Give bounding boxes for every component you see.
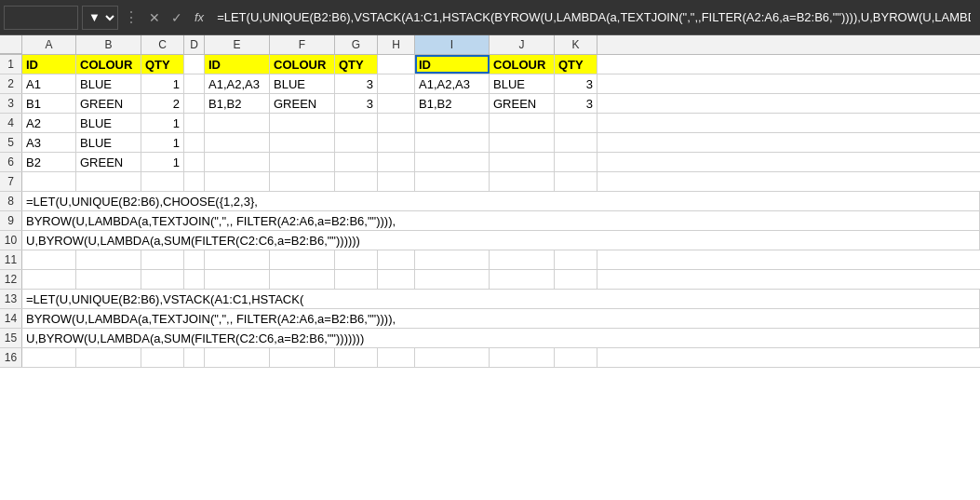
cell-5-8[interactable] (415, 133, 490, 152)
formula-row-15[interactable]: U,BYROW(U,LAMBDA(a,SUM(FILTER(C2:C6,a=B2… (22, 329, 980, 347)
col-header-E[interactable]: E (205, 35, 270, 54)
col-header-D[interactable]: D (184, 35, 205, 54)
cell-12-1[interactable] (76, 270, 141, 289)
cell-6-8[interactable] (415, 153, 490, 171)
cell-6-3[interactable] (184, 153, 205, 171)
col-header-A[interactable]: A (22, 35, 76, 54)
cell-12-3[interactable] (184, 270, 205, 289)
cell-3-8[interactable]: B1,B2 (415, 94, 490, 113)
cell-16-9[interactable] (490, 348, 555, 367)
formula-row-8[interactable]: =LET(U,UNIQUE(B2:B6),CHOOSE({1,2,3}, (22, 192, 980, 210)
cell-2-4[interactable]: A1,A2,A3 (205, 74, 270, 93)
cell-16-0[interactable] (22, 348, 76, 367)
cell-1-3[interactable] (184, 55, 205, 74)
cell-16-10[interactable] (555, 348, 597, 367)
row-num-8[interactable]: 8 (0, 192, 22, 210)
cell-5-0[interactable]: A3 (22, 133, 76, 152)
row-num-1[interactable]: 1 (0, 55, 22, 74)
cell-2-1[interactable]: BLUE (76, 74, 141, 93)
cell-2-3[interactable] (184, 74, 205, 93)
formula-row-9[interactable]: BYROW(U,LAMBDA(a,TEXTJOIN(",",, FILTER(A… (22, 211, 980, 230)
cell-11-0[interactable] (22, 250, 76, 269)
row-num-6[interactable]: 6 (0, 153, 22, 171)
cell-7-8[interactable] (415, 172, 490, 191)
row-num-11[interactable]: 11 (0, 250, 22, 269)
cell-1-8[interactable]: ID (415, 55, 490, 74)
cell-6-7[interactable] (378, 153, 415, 171)
cell-12-4[interactable] (205, 270, 270, 289)
cell-16-8[interactable] (415, 348, 490, 367)
cell-7-5[interactable] (270, 172, 335, 191)
cell-11-8[interactable] (415, 250, 490, 269)
cell-7-10[interactable] (555, 172, 597, 191)
cell-ref-dropdown[interactable]: ▼ (82, 6, 118, 30)
cell-7-3[interactable] (184, 172, 205, 191)
confirm-formula-button[interactable]: ✓ (167, 7, 187, 28)
cell-5-2[interactable]: 1 (141, 133, 184, 152)
cell-7-2[interactable] (141, 172, 184, 191)
cell-12-2[interactable] (141, 270, 184, 289)
cell-11-10[interactable] (555, 250, 597, 269)
cell-1-6[interactable]: QTY (335, 55, 378, 74)
cell-6-5[interactable] (270, 153, 335, 171)
cell-11-5[interactable] (270, 250, 335, 269)
cell-16-6[interactable] (335, 348, 378, 367)
cell-6-2[interactable]: 1 (141, 153, 184, 171)
cell-12-9[interactable] (490, 270, 555, 289)
cell-4-6[interactable] (335, 114, 378, 132)
col-header-H[interactable]: H (378, 35, 415, 54)
cell-12-0[interactable] (22, 270, 76, 289)
cell-16-4[interactable] (205, 348, 270, 367)
row-num-16[interactable]: 16 (0, 348, 22, 367)
cell-6-4[interactable] (205, 153, 270, 171)
cell-4-2[interactable]: 1 (141, 114, 184, 132)
cell-5-1[interactable]: BLUE (76, 133, 141, 152)
cell-2-9[interactable]: BLUE (490, 74, 555, 93)
cell-4-9[interactable] (490, 114, 555, 132)
cell-6-9[interactable] (490, 153, 555, 171)
col-header-C[interactable]: C (141, 35, 184, 54)
cell-7-9[interactable] (490, 172, 555, 191)
cell-2-0[interactable]: A1 (22, 74, 76, 93)
cell-1-7[interactable] (378, 55, 415, 74)
col-header-K[interactable]: K (555, 35, 597, 54)
cell-16-1[interactable] (76, 348, 141, 367)
cell-12-7[interactable] (378, 270, 415, 289)
cell-4-1[interactable]: BLUE (76, 114, 141, 132)
cell-2-10[interactable]: 3 (555, 74, 597, 93)
cell-5-3[interactable] (184, 133, 205, 152)
cell-1-4[interactable]: ID (205, 55, 270, 74)
cell-4-8[interactable] (415, 114, 490, 132)
row-num-7[interactable]: 7 (0, 172, 22, 191)
cell-4-7[interactable] (378, 114, 415, 132)
cell-6-10[interactable] (555, 153, 597, 171)
cell-11-2[interactable] (141, 250, 184, 269)
cell-16-5[interactable] (270, 348, 335, 367)
cell-3-1[interactable]: GREEN (76, 94, 141, 113)
cell-7-4[interactable] (205, 172, 270, 191)
col-header-I[interactable]: I (415, 35, 490, 54)
col-header-G[interactable]: G (335, 35, 378, 54)
formula-input[interactable] (211, 10, 976, 24)
cell-3-5[interactable]: GREEN (270, 94, 335, 113)
cell-4-10[interactable] (555, 114, 597, 132)
cell-3-10[interactable]: 3 (555, 94, 597, 113)
row-num-13[interactable]: 13 (0, 290, 22, 308)
row-num-10[interactable]: 10 (0, 231, 22, 250)
cell-5-6[interactable] (335, 133, 378, 152)
row-num-5[interactable]: 5 (0, 133, 22, 152)
cell-7-0[interactable] (22, 172, 76, 191)
cell-5-9[interactable] (490, 133, 555, 152)
cell-16-2[interactable] (141, 348, 184, 367)
cell-11-9[interactable] (490, 250, 555, 269)
cell-1-0[interactable]: ID (22, 55, 76, 74)
cell-3-2[interactable]: 2 (141, 94, 184, 113)
cell-6-0[interactable]: B2 (22, 153, 76, 171)
cell-3-6[interactable]: 3 (335, 94, 378, 113)
cell-6-1[interactable]: GREEN (76, 153, 141, 171)
cell-3-9[interactable]: GREEN (490, 94, 555, 113)
cell-3-4[interactable]: B1,B2 (205, 94, 270, 113)
row-num-14[interactable]: 14 (0, 309, 22, 328)
cell-4-4[interactable] (205, 114, 270, 132)
formula-row-13[interactable]: =LET(U,UNIQUE(B2:B6),VSTACK(A1:C1,HSTACK… (22, 290, 980, 308)
